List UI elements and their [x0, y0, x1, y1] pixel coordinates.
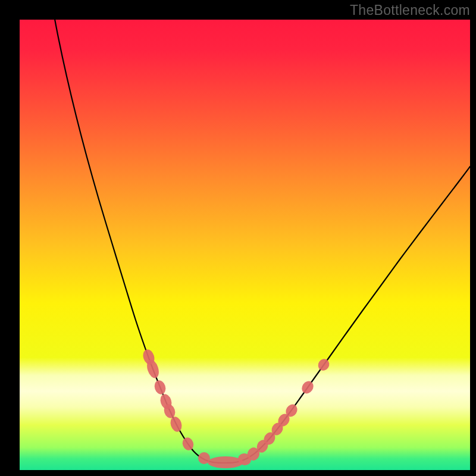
watermark-text: TheBottleneck.com	[350, 2, 470, 18]
gradient-background	[20, 20, 470, 470]
chart-svg	[0, 0, 476, 476]
marker-blob	[208, 456, 243, 468]
chart-root: TheBottleneck.com	[0, 0, 476, 476]
